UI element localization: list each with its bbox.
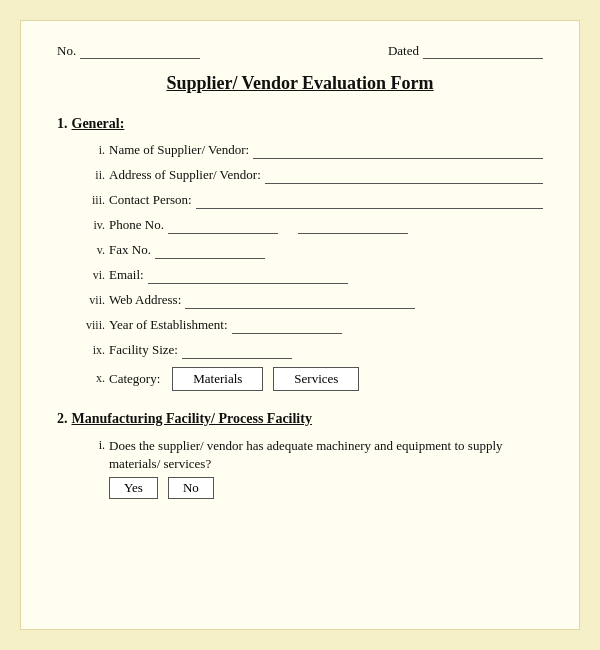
- field-address: ii. Address of Supplier/ Vendor:: [75, 167, 543, 184]
- line-web: [185, 293, 415, 309]
- label-address: Address of Supplier/ Vendor:: [109, 167, 265, 184]
- field-num-vii: vii.: [75, 293, 109, 309]
- line-fax: [155, 243, 265, 259]
- section1-label: General:: [72, 116, 125, 132]
- field-facility-size: ix. Facility Size:: [75, 342, 543, 359]
- yes-button[interactable]: Yes: [109, 477, 158, 499]
- section1-num: 1.: [57, 116, 68, 132]
- line-phone2: [298, 218, 408, 234]
- field-num-iv: iv.: [75, 218, 109, 234]
- no-input-line: [80, 43, 200, 59]
- field-num-vi: vi.: [75, 268, 109, 284]
- no-button[interactable]: No: [168, 477, 214, 499]
- field-contact: iii. Contact Person:: [75, 192, 543, 209]
- line-name-supplier: [253, 143, 543, 159]
- general-fields-list: i. Name of Supplier/ Vendor: ii. Address…: [57, 142, 543, 391]
- field-year: viii. Year of Establishment:: [75, 317, 543, 334]
- field-fax: v. Fax No.: [75, 242, 543, 259]
- field-num-ii: ii.: [75, 168, 109, 184]
- field-num-ix: ix.: [75, 343, 109, 359]
- subfield-text-machinery: Does the supplier/ vendor has adequate m…: [109, 437, 543, 499]
- label-web: Web Address:: [109, 292, 185, 309]
- materials-button[interactable]: Materials: [172, 367, 263, 391]
- line-contact: [196, 193, 543, 209]
- field-name-supplier: i. Name of Supplier/ Vendor:: [75, 142, 543, 159]
- no-label: No.: [57, 43, 76, 59]
- dated-input-line: [423, 43, 543, 59]
- dated-field: Dated: [388, 43, 543, 59]
- field-email: vi. Email:: [75, 267, 543, 284]
- field-num-iii: iii.: [75, 193, 109, 209]
- field-web: vii. Web Address:: [75, 292, 543, 309]
- field-category: x. Category: Materials Services: [75, 367, 543, 391]
- section1: 1. General: i. Name of Supplier/ Vendor:…: [57, 110, 543, 391]
- field-phone: iv. Phone No.: [75, 217, 543, 234]
- form-page: No. Dated Supplier/ Vendor Evaluation Fo…: [20, 20, 580, 630]
- subfield-machinery: i. Does the supplier/ vendor has adequat…: [57, 437, 543, 499]
- field-num-i: i.: [75, 143, 109, 159]
- field-num-x: x.: [75, 371, 109, 387]
- label-contact: Contact Person:: [109, 192, 196, 209]
- section2: 2. Manufacturing Facility/ Process Facil…: [57, 405, 543, 499]
- label-email: Email:: [109, 267, 148, 284]
- top-row: No. Dated: [57, 43, 543, 59]
- no-field: No.: [57, 43, 200, 59]
- line-email: [148, 268, 348, 284]
- label-facility-size: Facility Size:: [109, 342, 182, 359]
- form-title: Supplier/ Vendor Evaluation Form: [166, 73, 433, 93]
- section2-num: 2.: [57, 411, 68, 427]
- label-category: Category:: [109, 371, 164, 388]
- services-button[interactable]: Services: [273, 367, 359, 391]
- field-num-viii: viii.: [75, 318, 109, 334]
- yn-buttons: Yes No: [109, 477, 543, 499]
- dated-label: Dated: [388, 43, 419, 59]
- label-phone: Phone No.: [109, 217, 168, 234]
- field-num-v: v.: [75, 243, 109, 259]
- line-facility-size: [182, 343, 292, 359]
- line-phone1: [168, 218, 278, 234]
- label-year: Year of Establishment:: [109, 317, 232, 334]
- label-name-supplier: Name of Supplier/ Vendor:: [109, 142, 253, 159]
- line-year: [232, 318, 342, 334]
- form-title-section: Supplier/ Vendor Evaluation Form: [57, 73, 543, 94]
- subfield-num-i: i.: [75, 437, 109, 453]
- label-fax: Fax No.: [109, 242, 155, 259]
- section2-label: Manufacturing Facility/ Process Facility: [72, 411, 312, 427]
- line-address: [265, 168, 543, 184]
